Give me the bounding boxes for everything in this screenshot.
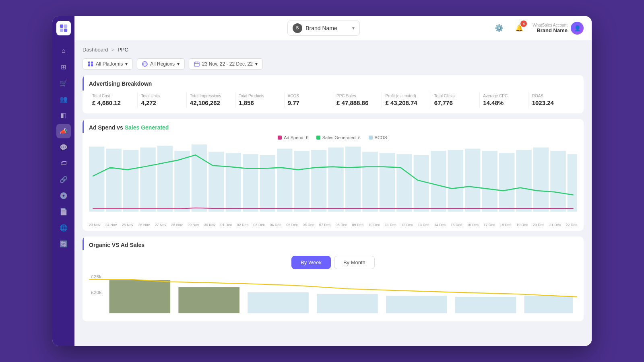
x-label: 01 Dec: [221, 223, 232, 227]
chat-icon[interactable]: 💬: [56, 140, 71, 154]
svg-rect-18: [140, 148, 155, 212]
regions-icon: [142, 61, 148, 67]
breadcrumb-home[interactable]: Dashboard: [83, 47, 108, 53]
brand-selector[interactable]: B Brand Name ▾: [287, 21, 360, 36]
metric-profit: Profit (estimated) £ 43,208.74: [382, 92, 431, 108]
svg-rect-17: [123, 150, 138, 212]
svg-rect-25: [260, 155, 275, 212]
metric-value: £ 47,888.86: [336, 99, 378, 106]
users-icon[interactable]: 👥: [56, 92, 71, 106]
organic-chart-svg: £25k £20k: [89, 273, 577, 315]
svg-rect-51: [455, 297, 516, 313]
svg-rect-47: [178, 287, 239, 313]
svg-rect-48: [248, 292, 309, 313]
metric-value: 1,856: [239, 99, 281, 106]
metric-ppc-sales: PPC Sales £ 47,888.86: [333, 92, 382, 108]
metric-total-units: Total Units 4,272: [138, 92, 186, 108]
svg-rect-5: [91, 62, 93, 64]
layers-icon[interactable]: ◧: [56, 108, 71, 122]
x-label: 08 Dec: [336, 223, 347, 227]
account-name: Brand Name: [533, 27, 568, 33]
svg-rect-27: [294, 151, 309, 212]
metric-total-cost: Total Cost £ 4,680.12: [89, 92, 138, 108]
disc-icon[interactable]: 💿: [56, 188, 71, 203]
x-label: 15 Dec: [451, 223, 462, 227]
metric-products: Total Products 1,856: [235, 92, 284, 108]
metric-label: Total Impressions: [190, 94, 232, 98]
svg-rect-49: [317, 294, 378, 313]
platforms-filter[interactable]: All Platforms ▾: [83, 58, 133, 70]
svg-rect-6: [88, 64, 90, 66]
brand-avatar: B: [293, 23, 302, 33]
file-icon[interactable]: 📄: [56, 204, 71, 219]
metric-label: Profit (estimated): [385, 94, 427, 98]
metric-label: Total Products: [239, 94, 281, 98]
svg-rect-32: [380, 153, 395, 212]
ad-spend-chart-container: [83, 142, 584, 223]
x-label: 04 Dec: [270, 223, 281, 227]
x-label: 16 Dec: [467, 223, 479, 227]
date-filter[interactable]: 23 Nov, 22 - 22 Dec, 22 ▾: [189, 58, 263, 70]
breadcrumb: Dashboard > PPC: [83, 47, 584, 53]
ad-spend-chart-svg: [89, 142, 577, 218]
x-label: 11 Dec: [385, 223, 396, 227]
organic-title: Organic VS Ad Sales: [89, 242, 144, 248]
app-logo: [56, 21, 71, 35]
main-content: B Brand Name ▾ ⚙️ 🔔 4 WhatSales Account …: [74, 16, 592, 346]
svg-rect-42: [550, 151, 566, 212]
metric-roas: ROAS 1023.24: [529, 92, 577, 108]
settings-icon-btn[interactable]: ⚙️: [492, 21, 506, 35]
svg-rect-46: [109, 280, 171, 313]
x-label: 07 Dec: [319, 223, 331, 227]
metric-impressions: Total Impressions 42,106,262: [187, 92, 235, 108]
x-label: 06 Dec: [303, 223, 314, 227]
regions-label: All Regions: [150, 61, 175, 67]
x-label: 27 Nov: [155, 223, 166, 227]
tab-by-week[interactable]: By Week: [291, 256, 331, 269]
account-info: WhatSales Account Brand Name: [533, 23, 568, 33]
metric-value: 9.77: [288, 99, 330, 106]
svg-rect-34: [414, 155, 429, 212]
svg-rect-11: [194, 62, 199, 66]
account-section: WhatSales Account Brand Name 👤: [533, 22, 584, 35]
grid-icon[interactable]: ⊞: [56, 60, 71, 74]
svg-rect-23: [226, 153, 241, 212]
account-label: WhatSales Account: [533, 23, 568, 27]
metric-label: Total Clicks: [434, 94, 476, 98]
svg-rect-33: [396, 154, 412, 212]
metric-acos: ACOS 9.77: [285, 92, 333, 108]
metric-value: 42,106,262: [190, 99, 232, 106]
notifications-btn[interactable]: 🔔 4: [512, 21, 526, 35]
x-label: 10 Dec: [368, 223, 380, 227]
metric-value: £ 43,208.74: [385, 99, 427, 106]
account-avatar[interactable]: 👤: [571, 22, 584, 35]
brand-name: Brand Name: [305, 25, 349, 31]
x-label: 23 Nov: [89, 223, 101, 227]
x-label: 12 Dec: [401, 223, 413, 227]
home-icon[interactable]: ⌂: [56, 43, 71, 58]
metric-value: 14.48%: [483, 99, 525, 106]
legend-dot-sales: [316, 136, 320, 140]
chart-legend: Ad Spend: £ Sales Generated: £ ACOS:: [83, 133, 584, 142]
svg-rect-28: [311, 150, 326, 212]
svg-rect-7: [91, 64, 93, 66]
date-range-label: 23 Nov, 22 - 22 Dec, 22: [202, 61, 253, 67]
cart-icon[interactable]: 🛒: [56, 76, 71, 90]
x-label: 02 Dec: [237, 223, 249, 227]
svg-rect-37: [465, 149, 480, 212]
platforms-label: All Platforms: [96, 61, 123, 67]
metric-label: Average CPC: [483, 94, 525, 98]
tab-by-month[interactable]: By Month: [334, 256, 375, 269]
metric-value: 1023.24: [532, 99, 574, 106]
tag-icon[interactable]: 🏷: [56, 156, 71, 171]
svg-rect-38: [482, 151, 497, 212]
globe-icon[interactable]: 🌐: [56, 220, 71, 235]
ad-icon[interactable]: 📣: [56, 124, 71, 138]
organic-chart-container: £25k £20k: [83, 273, 584, 321]
x-label: 20 Dec: [533, 223, 545, 227]
svg-rect-1: [64, 25, 67, 28]
organic-vs-ad-card: Organic VS Ad Sales By Week By Month £25…: [83, 237, 584, 321]
link-icon[interactable]: 🔗: [56, 172, 71, 187]
sync-icon[interactable]: 🔄: [56, 237, 71, 251]
regions-filter[interactable]: All Regions ▾: [137, 58, 185, 70]
